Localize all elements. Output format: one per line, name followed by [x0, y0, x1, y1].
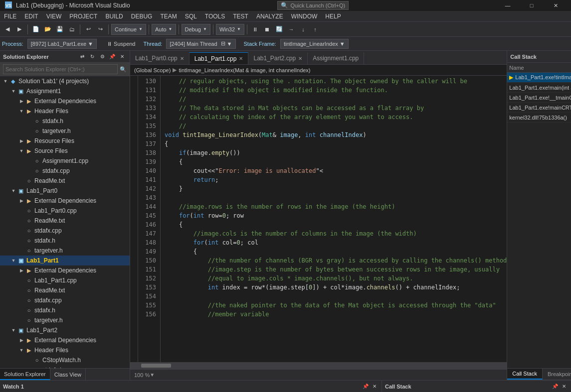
se-refresh-button[interactable]: ↻: [88, 52, 97, 61]
tree-item-15[interactable]: ○stdafx.cpp: [0, 226, 130, 236]
cs-row-1[interactable]: Lab1_Part1.exe!main(int argc, char ** ar…: [507, 83, 571, 93]
menu-item-project[interactable]: PROJECT: [65, 11, 101, 22]
tree-expand-27[interactable]: ▼: [18, 348, 25, 353]
code-line-151[interactable]: //image.step is the number of bytes betw…: [165, 265, 507, 274]
code-content[interactable]: // regular objects, using the . notation…: [161, 76, 507, 362]
tree-item-14[interactable]: ○ReadMe.txt: [0, 216, 130, 226]
tree-expand-3[interactable]: ▼: [18, 109, 25, 114]
tab-assignment1[interactable]: Assignment1.cpp: [308, 52, 364, 64]
debug-step-into[interactable]: ↓: [298, 23, 309, 35]
tree-item-25[interactable]: ▼▣Lab1_Part2: [0, 325, 130, 335]
se-search-icon[interactable]: 🔍: [120, 66, 127, 73]
tree-item-16[interactable]: ○stdafx.h: [0, 236, 130, 246]
stack-dropdown[interactable]: tintImage_LinearIndex ▼: [280, 39, 349, 49]
code-line-149[interactable]: − {: [165, 247, 507, 256]
tree-item-27[interactable]: ▼▶Header Files: [0, 345, 130, 355]
cs-row-4[interactable]: kernel32.dll!75b1336a()Unkn: [507, 113, 571, 123]
tree-expand-25[interactable]: ▼: [10, 328, 17, 333]
tree-expand-6[interactable]: ▶: [18, 138, 25, 143]
csr-pin-button[interactable]: 📌: [551, 383, 559, 391]
tree-item-19[interactable]: ▶▶External Dependencies: [0, 265, 130, 275]
open-button[interactable]: 📂: [42, 23, 53, 35]
cs-row-0[interactable]: ▶Lab1_Part1.exe!tintImage_LinearIndex(cv…: [507, 73, 571, 83]
tree-item-28[interactable]: ○CStopWatch.h: [0, 355, 130, 365]
tree-item-8[interactable]: ○Assignment1.cpp: [0, 156, 130, 166]
se-pin-button[interactable]: 📌: [108, 52, 117, 61]
code-line-152[interactable]: //equal to image.cols * image.channels()…: [165, 274, 507, 283]
cs-row-2[interactable]: Lab1_Part1.exe!__tmainCRTStartup() Line …: [507, 93, 571, 103]
code-line-154[interactable]: [165, 292, 507, 301]
breadcrumb-function[interactable]: tintImage_LinearIndex(Mat & image, int c…: [179, 67, 310, 73]
tree-item-18[interactable]: ▼▣Lab1_Part1: [0, 256, 130, 265]
code-line-133[interactable]: // The data stored in Mat objects can be…: [165, 104, 507, 113]
cs-tab-breakpoints[interactable]: Breakpoints: [543, 369, 571, 380]
tab-lab1-part2-close[interactable]: ✕: [298, 56, 302, 61]
tree-item-0[interactable]: ▼◆Solution 'Lab1' (4 projects): [0, 76, 130, 86]
code-line-140[interactable]: cout<<"Error: image is unallocated"<: [165, 166, 507, 175]
code-line-145[interactable]: − for(int row=0; row: [165, 211, 507, 220]
code-line-147[interactable]: //image.cols is the number of columns in…: [165, 229, 507, 238]
tree-item-9[interactable]: ○stdafx.cpp: [0, 166, 130, 176]
code-line-134[interactable]: // calculating the index of the array el…: [165, 113, 507, 122]
debug-stop[interactable]: ⏹: [262, 23, 273, 35]
tree-expand-0[interactable]: ▼: [2, 79, 9, 84]
tree-item-4[interactable]: ○stdafx.h: [0, 116, 130, 126]
tree-item-24[interactable]: ○targetver.h: [0, 315, 130, 325]
undo-button[interactable]: ↩: [83, 23, 94, 35]
tree-expand-1[interactable]: ▼: [10, 89, 17, 94]
back-button[interactable]: ◀: [2, 23, 13, 35]
close-button[interactable]: ✕: [544, 0, 567, 11]
menu-item-sql[interactable]: SQL: [181, 11, 201, 22]
scrollbar-thumb[interactable]: [141, 364, 171, 368]
tree-expand-7[interactable]: ▼: [18, 148, 25, 153]
code-line-148[interactable]: − for(int col=0; col: [165, 238, 507, 247]
tree-item-22[interactable]: ○stdafx.cpp: [0, 295, 130, 305]
menu-item-test[interactable]: TEST: [229, 11, 252, 22]
watch-pin-button[interactable]: 📌: [362, 383, 370, 391]
tree-expand-26[interactable]: ▶: [18, 338, 25, 343]
se-sync-button[interactable]: ⇄: [78, 52, 87, 61]
tree-item-1[interactable]: ▼▣Assignment1: [0, 86, 130, 96]
code-line-144[interactable]: //image.rows is the number of rows in th…: [165, 202, 507, 211]
tree-item-7[interactable]: ▼▶Source Files: [0, 146, 130, 156]
cs-row-3[interactable]: Lab1_Part1.exe!mainCRTStartup() Line 377…: [507, 103, 571, 113]
menu-item-window[interactable]: WINDOW: [287, 11, 322, 22]
code-line-132[interactable]: //: [165, 95, 507, 104]
new-project-button[interactable]: 📄: [30, 23, 41, 35]
code-line-139[interactable]: {: [165, 157, 507, 166]
code-line-136[interactable]: −void tintImage_LinearIndex(Mat& image, …: [165, 131, 507, 139]
debug-btn-1[interactable]: ⏸: [250, 23, 261, 35]
tree-item-12[interactable]: ▶▶External Dependencies: [0, 196, 130, 206]
menu-item-debug[interactable]: DEBUG: [127, 11, 157, 22]
code-line-141[interactable]: return;: [165, 175, 507, 184]
code-line-153[interactable]: int index = row*(image.step[0]) + col*im…: [165, 283, 507, 292]
se-tab-solution-explorer[interactable]: Solution Explorer: [0, 369, 50, 380]
menu-item-view[interactable]: VIEW: [42, 11, 66, 22]
se-props-button[interactable]: ⚙: [98, 52, 107, 61]
code-line-135[interactable]: //: [165, 122, 507, 131]
menu-item-tools[interactable]: TOOLS: [201, 11, 229, 22]
tree-expand-19[interactable]: ▶: [18, 268, 25, 273]
debug-step-over[interactable]: →: [286, 23, 297, 35]
menu-item-team[interactable]: TEAM: [156, 11, 181, 22]
debug-step-out[interactable]: ↑: [310, 23, 321, 35]
horizontal-scrollbar[interactable]: [130, 362, 507, 369]
code-line-130[interactable]: // regular objects, using the . notation…: [165, 77, 507, 86]
debug-dropdown[interactable]: Debug ▼: [182, 24, 210, 35]
tree-item-13[interactable]: ○Lab1_Part0.cpp: [0, 206, 130, 216]
menu-item-file[interactable]: FILE: [0, 11, 20, 22]
tree-item-17[interactable]: ○targetver.h: [0, 246, 130, 256]
process-dropdown[interactable]: [8972] Lab1_Part1.exe ▼: [27, 39, 97, 49]
tree-expand-12[interactable]: ▶: [18, 198, 25, 203]
se-close-button[interactable]: ✕: [118, 52, 127, 61]
maximize-button[interactable]: □: [520, 0, 543, 11]
config-dropdown[interactable]: Continue ▼: [111, 24, 146, 35]
code-line-131[interactable]: // modified if the object is modified in…: [165, 86, 507, 95]
tree-item-10[interactable]: ○ReadMe.txt: [0, 176, 130, 186]
tab-lab1-part0-close[interactable]: ✕: [180, 56, 184, 61]
menu-item-build[interactable]: BUILD: [101, 11, 127, 22]
tree-item-20[interactable]: ○Lab1_Part1.cpp: [0, 275, 130, 285]
code-line-137[interactable]: ▶{: [165, 139, 507, 148]
search-box[interactable]: 🔍 Quick Launch (Ctrl+Q): [277, 1, 349, 10]
tree-item-2[interactable]: ▶▶External Dependencies: [0, 96, 130, 106]
